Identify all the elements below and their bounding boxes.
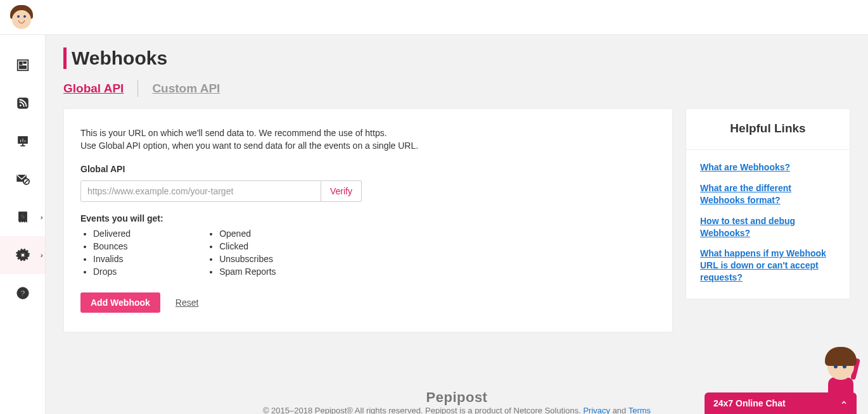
event-item: Opened xyxy=(219,227,276,240)
sidebar-item-help[interactable]: ? xyxy=(0,274,45,312)
terms-link[interactable]: Terms xyxy=(629,406,651,414)
desc-line-2: Use Global API option, when you want to … xyxy=(80,141,418,151)
dashboard-icon xyxy=(16,58,30,72)
svg-text:?: ? xyxy=(20,289,25,298)
svg-rect-7 xyxy=(20,139,21,142)
add-webhook-button[interactable]: Add Webhook xyxy=(80,292,160,313)
help-link[interactable]: What happens if my Webhook URL is down o… xyxy=(700,248,836,284)
chevron-right-icon: ›› xyxy=(41,251,41,259)
presentation-icon xyxy=(16,134,30,148)
svg-rect-1 xyxy=(19,62,22,65)
tab-global-api[interactable]: Global API xyxy=(63,82,124,96)
chevron-up-icon xyxy=(840,398,848,408)
desc-line-1: This is your URL on which we'll send dat… xyxy=(80,128,387,138)
chat-label: 24x7 Online Chat xyxy=(713,398,786,408)
chevron-right-icon: ›› xyxy=(41,213,41,221)
event-item: Unsubscribes xyxy=(219,253,276,265)
content-area: Webhooks Global API Custom API This is y… xyxy=(46,35,868,414)
sidebar-item-dashboard[interactable] xyxy=(0,46,45,84)
event-item: Delivered xyxy=(93,227,131,240)
help-link[interactable]: What are Webhooks? xyxy=(700,161,836,173)
description: This is your URL on which we'll send dat… xyxy=(80,127,656,153)
chat-mascot-icon xyxy=(819,347,863,398)
billing-icon: $ xyxy=(16,210,30,224)
svg-rect-9 xyxy=(24,140,25,142)
help-icon: ? xyxy=(16,286,30,300)
privacy-link[interactable]: Privacy xyxy=(583,406,610,414)
topbar xyxy=(0,0,868,35)
chat-widget: 24x7 Online Chat xyxy=(705,392,857,414)
sidebar-item-feed[interactable] xyxy=(0,84,45,122)
sidebar-item-settings[interactable]: ›› xyxy=(0,236,45,274)
event-item: Drops xyxy=(93,265,131,278)
svg-text:$: $ xyxy=(21,213,24,220)
svg-rect-8 xyxy=(22,138,23,142)
helpful-links-title: Helpful Links xyxy=(686,109,850,150)
global-api-label: Global API xyxy=(80,164,656,174)
help-link[interactable]: What are the different Webhooks format? xyxy=(700,182,836,206)
event-item: Bounces xyxy=(93,240,131,253)
gear-icon xyxy=(16,248,30,262)
event-item: Invalids xyxy=(93,253,131,265)
svg-point-5 xyxy=(19,104,22,107)
sidebar-item-billing[interactable]: $ ›› xyxy=(0,198,45,236)
page-title: Webhooks xyxy=(63,47,850,69)
mail-block-icon xyxy=(16,172,30,186)
global-api-panel: This is your URL on which we'll send dat… xyxy=(63,108,673,332)
help-link[interactable]: How to test and debug Webhooks? xyxy=(700,215,836,239)
sidebar-item-analytics[interactable] xyxy=(0,122,45,160)
reset-link[interactable]: Reset xyxy=(176,298,199,308)
verify-button[interactable]: Verify xyxy=(321,180,362,202)
sidebar: $ ›› ›› ? xyxy=(0,35,46,414)
brand-mascot-icon[interactable] xyxy=(10,5,34,29)
helpful-links-panel: Helpful Links What are Webhooks? What ar… xyxy=(686,108,850,299)
tab-custom-api[interactable]: Custom API xyxy=(152,82,220,96)
svg-rect-2 xyxy=(23,62,26,64)
event-item: Spam Reports xyxy=(219,265,276,278)
webhook-url-input[interactable] xyxy=(80,180,321,202)
event-item: Clicked xyxy=(219,240,276,253)
events-list: Delivered Bounces Invalids Drops Opened … xyxy=(80,227,656,279)
svg-point-16 xyxy=(21,253,25,257)
footer-and: and xyxy=(610,406,629,414)
events-label: Events you will get: xyxy=(80,213,656,223)
rss-icon xyxy=(16,96,30,110)
sidebar-item-suppression[interactable] xyxy=(0,160,45,198)
tab-separator xyxy=(137,80,138,97)
footer-copyright: © 2015–2018 Pepipost® All rights reserve… xyxy=(263,406,584,414)
tabs: Global API Custom API xyxy=(63,80,850,97)
svg-rect-3 xyxy=(19,66,26,69)
